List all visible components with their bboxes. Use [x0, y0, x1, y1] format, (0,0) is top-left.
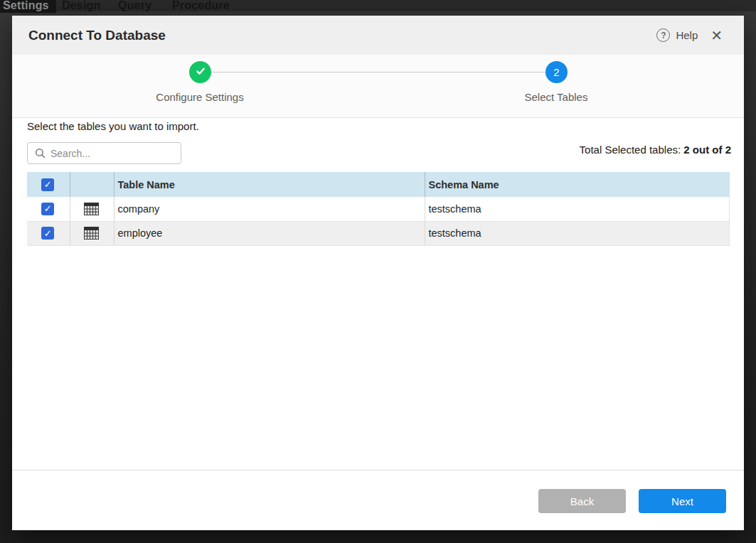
- header-actions: ? Help ✕: [656, 27, 725, 44]
- back-button[interactable]: Back: [538, 489, 626, 513]
- next-button[interactable]: Next: [639, 489, 726, 513]
- schema-name-cell: testschema: [425, 221, 730, 245]
- row-checkbox-company[interactable]: ✓: [41, 203, 54, 215]
- help-button[interactable]: ? Help: [656, 28, 698, 42]
- search-box: [27, 142, 181, 164]
- summary-value: 2 out of 2: [683, 144, 731, 156]
- table-name-cell: company: [114, 197, 425, 221]
- bg-tab-settings[interactable]: Settings: [0, 0, 56, 13]
- search-icon: [35, 148, 46, 158]
- step-1-completed-indicator: [189, 61, 211, 83]
- table-icon: [84, 227, 99, 240]
- step-2-indicator: 2: [545, 61, 568, 83]
- select-all-checkbox[interactable]: ✓: [41, 178, 54, 191]
- table-header-row: ✓ Table Name Schema Name: [27, 172, 730, 197]
- row-checkbox-employee[interactable]: ✓: [41, 227, 54, 240]
- step-2-label: Select Tables: [478, 91, 634, 103]
- instruction-text: Select the tables you want to import.: [27, 120, 199, 132]
- wizard-stepper: 2 Configure Settings Select Tables: [12, 55, 744, 118]
- help-icon: ?: [656, 28, 670, 42]
- summary-label: Total Selected tables:: [580, 144, 684, 156]
- stepper-connector-line: [200, 72, 556, 72]
- bg-tab-query[interactable]: Query: [118, 0, 151, 13]
- table-icon: [84, 203, 99, 215]
- icon-column-header: [70, 172, 114, 197]
- bg-tab-procedure[interactable]: Procedure: [172, 0, 230, 13]
- schema-name-cell: testschema: [425, 197, 730, 221]
- help-label: Help: [676, 29, 698, 41]
- connect-to-database-dialog: Connect To Database ? Help ✕ 2 Configure…: [12, 16, 744, 530]
- table-row: ✓ employee testschema: [27, 221, 730, 245]
- column-header-schema-name: Schema Name: [425, 172, 730, 197]
- close-icon[interactable]: ✕: [708, 27, 725, 44]
- search-input[interactable]: [50, 148, 181, 159]
- dialog-header: Connect To Database ? Help ✕: [12, 16, 744, 55]
- selected-tables-summary: Total Selected tables: 2 out of 2: [580, 144, 731, 156]
- dialog-title: Connect To Database: [28, 28, 166, 43]
- step-2-number: 2: [553, 66, 559, 78]
- column-header-table-name: Table Name: [114, 172, 425, 197]
- table-name-cell: employee: [114, 221, 425, 245]
- step-1-label: Configure Settings: [122, 91, 278, 103]
- table-row: ✓ company testschema: [27, 197, 730, 221]
- tables-list: ✓ Table Name Schema Name ✓ company tests…: [27, 172, 730, 246]
- check-icon: [195, 65, 206, 80]
- background-tab-bar: Settings Design Query Procedure: [0, 0, 756, 11]
- bg-tab-design[interactable]: Design: [62, 0, 101, 13]
- footer-divider: [12, 470, 744, 471]
